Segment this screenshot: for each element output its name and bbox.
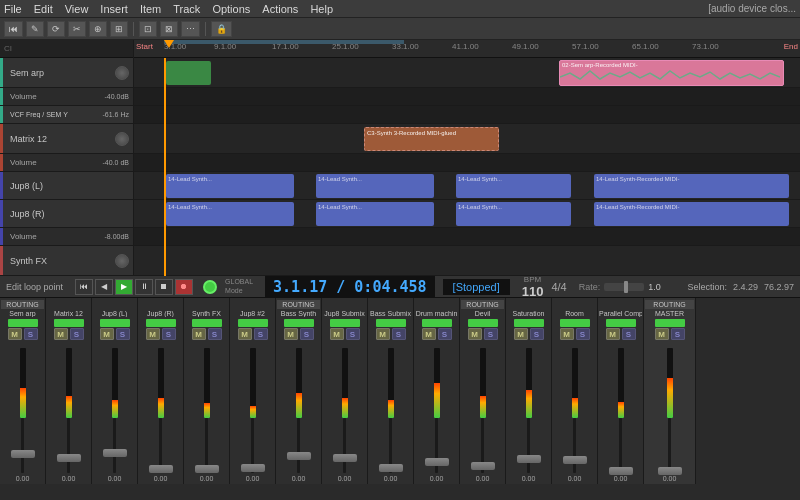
ch-s-btn-14[interactable]: S (671, 328, 685, 340)
track-knob-matrix12[interactable] (115, 132, 129, 146)
ch-s-btn-3[interactable]: S (162, 328, 176, 340)
ch-green-5[interactable] (238, 319, 268, 327)
toolbar-btn-4[interactable]: ✂ (68, 21, 86, 37)
ch-green-9[interactable] (422, 319, 452, 327)
ch-green-12[interactable] (560, 319, 590, 327)
clip-jup8r-1[interactable]: 14-Lead Synth... (166, 202, 294, 226)
ch-s-btn-0[interactable]: S (24, 328, 38, 340)
ch-m-btn-2[interactable]: M (100, 328, 114, 340)
ch-s-btn-4[interactable]: S (208, 328, 222, 340)
ch-routing-14[interactable]: ROUTING (645, 300, 694, 309)
ch-m-btn-11[interactable]: M (514, 328, 528, 340)
menu-track[interactable]: Track (173, 3, 200, 15)
ch-fader-11[interactable] (517, 455, 541, 463)
ch-m-btn-7[interactable]: M (330, 328, 344, 340)
toolbar-btn-7[interactable]: ⊡ (139, 21, 157, 37)
lane-matrix12[interactable]: C3-Synth 3-Recorded MIDI-glued (134, 124, 800, 154)
ch-green-13[interactable] (606, 319, 636, 327)
clip-matrix12[interactable]: C3-Synth 3-Recorded MIDI-glued (364, 127, 499, 151)
ch-green-2[interactable] (100, 319, 130, 327)
ch-s-btn-2[interactable]: S (116, 328, 130, 340)
clip-sem-arp-1[interactable] (166, 61, 211, 85)
ch-green-10[interactable] (468, 319, 498, 327)
toolbar-btn-8[interactable]: ⊠ (160, 21, 178, 37)
ch-m-btn-10[interactable]: M (468, 328, 482, 340)
arrange-area[interactable]: Start 3.1.00 9.1.00 17.1.00 25.1.00 33.1… (134, 40, 800, 276)
toolbar-btn-1[interactable]: ⏮ (4, 21, 23, 37)
menu-insert[interactable]: Insert (100, 3, 128, 15)
clip-jup8r-4[interactable]: 14-Lead Synth-Recorded MIDI- (594, 202, 789, 226)
ch-m-btn-4[interactable]: M (192, 328, 206, 340)
clip-jup8r-3[interactable]: 14-Lead Synth... (456, 202, 571, 226)
ch-s-btn-7[interactable]: S (346, 328, 360, 340)
ch-fader-0[interactable] (11, 450, 35, 458)
ch-fader-14[interactable] (658, 467, 682, 475)
btn-stop-small[interactable]: ⏹ (155, 279, 173, 295)
lane-sem-arp[interactable]: 02-Sem arp-Recorded MIDI- (134, 58, 800, 88)
ch-s-btn-13[interactable]: S (622, 328, 636, 340)
ch-green-3[interactable] (146, 319, 176, 327)
btn-record-small[interactable]: ⏺ (175, 279, 193, 295)
clip-jup8l-4[interactable]: 14-Lead Synth-Recorded MIDI- (594, 174, 789, 198)
ch-fader-1[interactable] (57, 454, 81, 462)
ch-fader-9[interactable] (425, 458, 449, 466)
ch-green-7[interactable] (330, 319, 360, 327)
track-knob-sem-arp[interactable] (115, 66, 129, 80)
ch-routing-10[interactable]: ROUTING (461, 300, 504, 309)
menu-view[interactable]: View (65, 3, 89, 15)
ch-green-8[interactable] (376, 319, 406, 327)
lane-jup8l[interactable]: 14-Lead Synth... 14-Lead Synth... 14-Lea… (134, 172, 800, 200)
clip-jup8r-2[interactable]: 14-Lead Synth... (316, 202, 434, 226)
ch-s-btn-11[interactable]: S (530, 328, 544, 340)
ch-s-btn-5[interactable]: S (254, 328, 268, 340)
ch-m-btn-14[interactable]: M (655, 328, 669, 340)
clip-jup8l-1[interactable]: 14-Lead Synth... (166, 174, 294, 198)
ch-fader-4[interactable] (195, 465, 219, 473)
ch-green-6[interactable] (284, 319, 314, 327)
btn-rewind[interactable]: ◀ (95, 279, 113, 295)
btn-go-start[interactable]: ⏮ (75, 279, 93, 295)
menu-edit[interactable]: Edit (34, 3, 53, 15)
ch-s-btn-12[interactable]: S (576, 328, 590, 340)
ch-routing-0[interactable]: ROUTING (1, 300, 44, 309)
rate-slider[interactable] (604, 283, 644, 291)
menu-actions[interactable]: Actions (262, 3, 298, 15)
ch-fader-7[interactable] (333, 454, 357, 462)
ch-m-btn-13[interactable]: M (606, 328, 620, 340)
ch-green-11[interactable] (514, 319, 544, 327)
menu-file[interactable]: File (4, 3, 22, 15)
ch-green-4[interactable] (192, 319, 222, 327)
track-knob-synthfx[interactable] (115, 254, 129, 268)
menu-help[interactable]: Help (310, 3, 333, 15)
btn-play-small[interactable]: ▶ (115, 279, 133, 295)
ch-m-btn-5[interactable]: M (238, 328, 252, 340)
lane-jup8r[interactable]: 14-Lead Synth... 14-Lead Synth... 14-Lea… (134, 200, 800, 228)
ch-fader-10[interactable] (471, 462, 495, 470)
ch-s-btn-8[interactable]: S (392, 328, 406, 340)
ch-fader-3[interactable] (149, 465, 173, 473)
ch-m-btn-6[interactable]: M (284, 328, 298, 340)
ch-s-btn-9[interactable]: S (438, 328, 452, 340)
btn-pause-small[interactable]: ⏸ (135, 279, 153, 295)
ch-m-btn-3[interactable]: M (146, 328, 160, 340)
toolbar-btn-6[interactable]: ⊞ (110, 21, 128, 37)
ch-green-1[interactable] (54, 319, 84, 327)
clip-sem-arp-midi[interactable]: 02-Sem arp-Recorded MIDI- (559, 60, 784, 86)
toolbar-btn-5[interactable]: ⊕ (89, 21, 107, 37)
ch-fader-12[interactable] (563, 456, 587, 464)
ch-s-btn-1[interactable]: S (70, 328, 84, 340)
clip-jup8l-2[interactable]: 14-Lead Synth... (316, 174, 434, 198)
ch-m-btn-0[interactable]: M (8, 328, 22, 340)
ch-s-btn-6[interactable]: S (300, 328, 314, 340)
ch-green-0[interactable] (8, 319, 38, 327)
ch-m-btn-8[interactable]: M (376, 328, 390, 340)
ch-fader-13[interactable] (609, 467, 633, 475)
clip-jup8l-3[interactable]: 14-Lead Synth... (456, 174, 571, 198)
menu-item[interactable]: Item (140, 3, 161, 15)
lane-synthfx[interactable] (134, 246, 800, 276)
toolbar-btn-9[interactable]: ⋯ (181, 21, 200, 37)
toolbar-btn-lock[interactable]: 🔒 (211, 21, 232, 37)
ch-m-btn-9[interactable]: M (422, 328, 436, 340)
toolbar-btn-3[interactable]: ⟳ (47, 21, 65, 37)
ch-fader-2[interactable] (103, 449, 127, 457)
